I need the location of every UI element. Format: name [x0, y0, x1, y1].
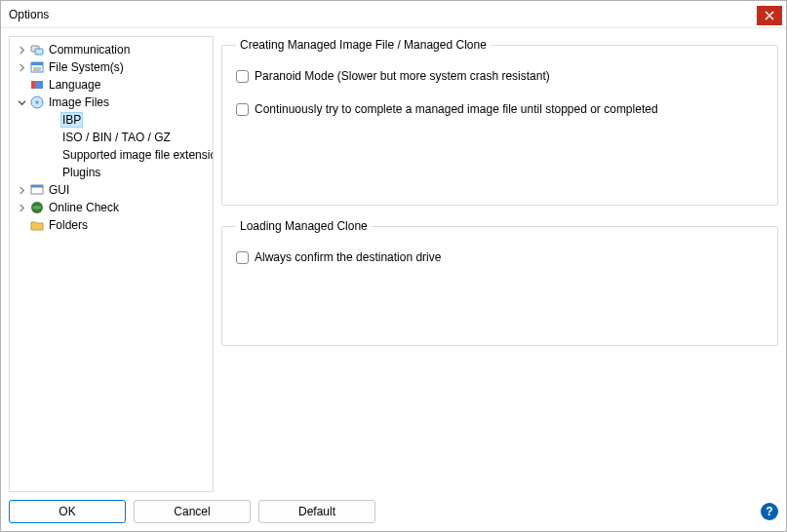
svg-point-11 — [36, 101, 39, 104]
tree-item-label: GUI — [47, 183, 71, 197]
chevron-right-icon[interactable] — [14, 63, 29, 72]
folder-icon — [29, 217, 45, 233]
help-button[interactable]: ? — [761, 503, 778, 520]
content-panel: Creating Managed Image File / Managed Cl… — [221, 36, 778, 492]
checkbox-label: Paranoid Mode (Slower but more system cr… — [255, 69, 550, 83]
tree-item-label: Online Check — [47, 201, 121, 214]
tree-item-supported-image-file-extension[interactable]: Supported image file extension — [10, 146, 213, 164]
group-loading-managed: Loading Managed Clone Always confirm the… — [221, 219, 778, 346]
tree-item-label: Folders — [47, 218, 90, 232]
tree-item-gui[interactable]: GUI — [10, 181, 213, 199]
svg-rect-5 — [31, 62, 43, 65]
tree-item-image-files[interactable]: Image Files — [10, 94, 213, 111]
tree-item-iso-bin-tao-gz[interactable]: ISO / BIN / TAO / GZ — [10, 129, 213, 146]
tree-item-label: Supported image file extension — [60, 148, 213, 162]
tree-item-label: Plugins — [60, 166, 102, 179]
checkbox-paranoid-mode[interactable]: Paranoid Mode (Slower but more system cr… — [236, 69, 764, 83]
tree-item-ibp[interactable]: IBP — [10, 111, 213, 129]
tree-item-label: Communication — [47, 43, 132, 57]
navigation-tree[interactable]: CommunicationFile System(s)LanguageImage… — [10, 37, 213, 491]
tree-item-label: File System(s) — [47, 60, 126, 74]
chevron-right-icon[interactable] — [14, 204, 29, 212]
checkbox-confirm-destination[interactable]: Always confirm the destination drive — [236, 250, 764, 264]
lang-icon — [29, 77, 45, 93]
cancel-button[interactable]: Cancel — [134, 500, 251, 523]
button-bar: OK Cancel Default ? — [1, 496, 786, 531]
chevron-right-icon[interactable] — [14, 46, 29, 55]
image-icon — [29, 95, 45, 110]
checkbox-icon — [236, 251, 249, 264]
tree-item-label: IBP — [60, 112, 83, 128]
navigation-tree-panel: CommunicationFile System(s)LanguageImage… — [9, 36, 214, 492]
window-title: Options — [9, 8, 49, 21]
fs-icon — [29, 59, 45, 75]
checkbox-icon — [236, 70, 249, 83]
tree-item-communication[interactable]: Communication — [10, 41, 213, 58]
titlebar: Options — [1, 1, 786, 28]
tree-item-file-system-s[interactable]: File System(s) — [10, 58, 213, 76]
svg-rect-13 — [31, 185, 43, 188]
checkbox-icon — [236, 103, 249, 116]
svg-rect-3 — [35, 49, 43, 55]
close-icon — [765, 11, 774, 20]
tree-item-label: Image Files — [47, 95, 111, 109]
group-creating-legend: Creating Managed Image File / Managed Cl… — [236, 38, 491, 52]
tree-item-label: ISO / BIN / TAO / GZ — [60, 131, 173, 144]
close-button[interactable] — [757, 6, 782, 25]
group-loading-legend: Loading Managed Clone — [236, 219, 372, 233]
group-creating-managed: Creating Managed Image File / Managed Cl… — [221, 38, 778, 206]
comm-icon — [29, 42, 45, 57]
svg-rect-9 — [31, 81, 35, 89]
tree-item-language[interactable]: Language — [10, 76, 213, 94]
dialog-body: CommunicationFile System(s)LanguageImage… — [1, 28, 786, 496]
tree-item-folders[interactable]: Folders — [10, 216, 213, 234]
tree-item-online-check[interactable]: Online Check — [10, 199, 213, 216]
tree-item-plugins[interactable]: Plugins — [10, 164, 213, 181]
tree-item-label: Language — [47, 78, 102, 92]
online-icon — [29, 200, 45, 215]
ok-button[interactable]: OK — [9, 500, 126, 523]
default-button[interactable]: Default — [258, 500, 375, 523]
chevron-right-icon[interactable] — [14, 186, 29, 195]
chevron-down-icon[interactable] — [14, 98, 29, 107]
checkbox-continuous-retry[interactable]: Continuously try to complete a managed i… — [236, 102, 764, 116]
checkbox-label: Continuously try to complete a managed i… — [255, 102, 658, 116]
gui-icon — [29, 182, 45, 198]
checkbox-label: Always confirm the destination drive — [255, 250, 441, 264]
